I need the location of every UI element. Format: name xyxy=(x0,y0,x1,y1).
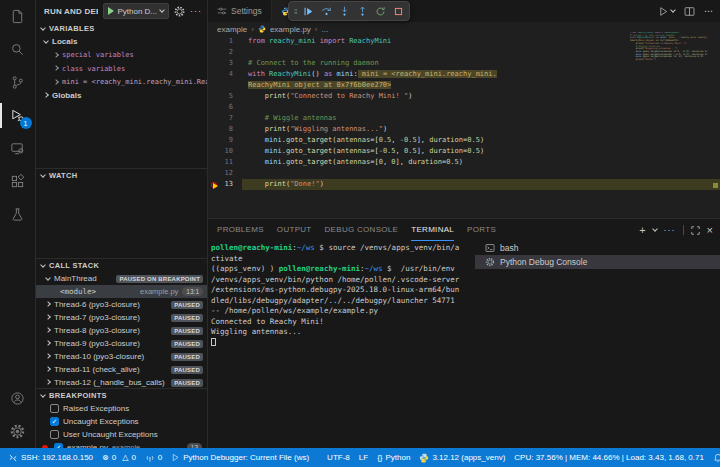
system-metrics[interactable]: CPU: 37.56% | MEM: 44.66% | Load: 3.43, … xyxy=(514,453,704,462)
minimap[interactable]: from reachy_mini import ReachyMini# Conn… xyxy=(630,32,708,62)
sidebar-item-explorer[interactable] xyxy=(0,0,36,33)
ports-indicator[interactable]: 0 xyxy=(145,453,162,463)
line-number[interactable]: 4 xyxy=(208,69,242,80)
thread-row[interactable]: Thread-9 (pyo3-closure)PAUSED xyxy=(36,337,207,350)
variable-special[interactable]: special variables xyxy=(36,49,207,63)
step-into-button[interactable] xyxy=(339,6,350,17)
breakpoint-row[interactable]: User Uncaught Exceptions xyxy=(36,428,207,441)
variable-mini[interactable]: mini = <reachy_mini.reachy_mini.Reachy… xyxy=(36,76,207,90)
code-line[interactable]: 12 xyxy=(208,168,720,179)
breakpoint-row[interactable]: Raised Exceptions xyxy=(36,402,207,415)
code-line[interactable]: 11 mini.goto_target(antennas=[0, 0], dur… xyxy=(208,157,720,168)
step-over-button[interactable] xyxy=(321,6,332,17)
step-out-button[interactable] xyxy=(357,6,368,17)
line-number[interactable]: 3 xyxy=(208,58,242,69)
panel-tab-debug-console[interactable]: DEBUG CONSOLE xyxy=(325,219,399,241)
panel-tab-output[interactable]: OUTPUT xyxy=(277,219,312,241)
thread-row[interactable]: Thread-7 (pyo3-closure)PAUSED xyxy=(36,311,207,324)
line-number[interactable]: 5 xyxy=(208,91,242,102)
sidebar-item-testing[interactable] xyxy=(0,198,36,231)
editor-more-icon[interactable]: ⋯ xyxy=(704,6,714,16)
breakpoint-checkbox[interactable] xyxy=(50,404,59,413)
views-more-icon[interactable]: ··· xyxy=(190,6,202,16)
sidebar-item-search[interactable] xyxy=(0,33,36,66)
sidebar-item-source-control[interactable] xyxy=(0,66,36,99)
line-number[interactable]: 9 xyxy=(208,135,242,146)
restart-button[interactable] xyxy=(375,6,386,17)
breakpoints-header[interactable]: BREAKPOINTS xyxy=(36,389,207,402)
account-button[interactable] xyxy=(0,382,36,415)
maximize-panel-icon[interactable] xyxy=(691,226,700,235)
thread-row[interactable]: Thread-10 (pyo3-closure)PAUSED xyxy=(36,350,207,363)
code-line[interactable]: 9 mini.goto_target(antennas=[0.5, -0.5],… xyxy=(208,135,720,146)
breakpoint-checkbox[interactable]: ✓ xyxy=(50,417,59,426)
line-number[interactable]: 12 xyxy=(208,168,242,179)
debugger-indicator[interactable]: Python Debugger: Current File (ws) xyxy=(171,453,309,462)
encoding-indicator[interactable]: UTF-8 xyxy=(327,453,350,462)
line-number[interactable]: 11 xyxy=(208,157,242,168)
line-number[interactable]: 2 xyxy=(208,47,242,58)
notifications-bell-icon[interactable] xyxy=(713,453,720,463)
breakpoint-checkbox[interactable] xyxy=(50,430,59,439)
code-line[interactable]: 6 xyxy=(208,102,720,113)
terminal-output[interactable]: pollen@reachy-mini:~/ws $ source /venvs/… xyxy=(211,243,475,348)
call-stack-header[interactable]: CALL STACK xyxy=(36,259,207,272)
breakpoint-checkbox[interactable]: ✓ xyxy=(54,443,63,448)
terminal-dropdown-icon[interactable] xyxy=(652,226,658,232)
stop-button[interactable] xyxy=(393,6,404,17)
variables-header[interactable]: VARIABLES xyxy=(36,22,207,35)
code-line[interactable]: 13 print("Done!") xyxy=(208,179,720,190)
tab-settings[interactable]: Settings xyxy=(208,0,272,22)
run-python-file-button[interactable] xyxy=(658,6,675,17)
debug-config-dropdown[interactable]: Python D... xyxy=(103,3,169,19)
stack-frame-module[interactable]: <module> example.py 13:1 xyxy=(36,285,207,298)
breadcrumb-folder[interactable]: example xyxy=(217,25,247,34)
thread-row[interactable]: Thread-11 (check_alive)PAUSED xyxy=(36,363,207,376)
breadcrumb-symbol[interactable]: ... xyxy=(322,25,329,34)
breakpoint-row[interactable]: ✓example.pyexample13 xyxy=(36,441,207,448)
language-indicator[interactable]: {}Python xyxy=(377,453,410,462)
panel-tab-ports[interactable]: PORTS xyxy=(467,219,496,241)
variable-class[interactable]: class variables xyxy=(36,62,207,76)
close-panel-icon[interactable]: × xyxy=(707,224,713,236)
sidebar-item-run-and-debug[interactable]: 1 xyxy=(0,99,36,132)
thread-row[interactable]: Thread-8 (pyo3-closure)PAUSED xyxy=(36,324,207,337)
code-line[interactable]: 7 # Wiggle antennas xyxy=(208,113,720,124)
code-line[interactable]: 4with ReachyMini() as mini: mini = <reac… xyxy=(208,69,720,80)
line-number[interactable]: 6 xyxy=(208,102,242,113)
terminal-session-bash[interactable]: bash xyxy=(475,241,720,255)
line-number[interactable]: 10 xyxy=(208,146,242,157)
panel-more-icon[interactable]: ··· xyxy=(664,225,676,235)
code-line[interactable]: 10 mini.goto_target(antennas=[-0.5, 0.5]… xyxy=(208,146,720,157)
thread-main[interactable]: MainThread PAUSED ON BREAKPOINT xyxy=(36,272,207,285)
scope-globals[interactable]: Globals xyxy=(36,89,207,103)
line-number[interactable]: 8 xyxy=(208,124,242,135)
split-editor-icon[interactable] xyxy=(684,6,695,17)
current-line-breakpoint-icon[interactable] xyxy=(211,182,217,188)
code-line[interactable]: 5 print("Connected to Reachy Mini! ") xyxy=(208,91,720,102)
watch-header[interactable]: WATCH xyxy=(36,169,207,182)
remote-indicator[interactable]: SSH: 192.168.0.150 xyxy=(8,453,93,463)
manage-button[interactable] xyxy=(0,415,36,448)
thread-row[interactable]: Thread-6 (pyo3-closure)PAUSED xyxy=(36,298,207,311)
code-line[interactable]: 8 print("Wiggling antennas...") xyxy=(208,124,720,135)
new-terminal-icon[interactable]: + xyxy=(639,224,645,236)
line-number[interactable]: 7 xyxy=(208,113,242,124)
terminal-session-python-debug-console[interactable]: Python Debug Console xyxy=(475,255,720,269)
sidebar-item-extensions[interactable] xyxy=(0,165,36,198)
panel-tab-problems[interactable]: PROBLEMS xyxy=(217,219,264,241)
debug-settings-gear-icon[interactable] xyxy=(174,6,185,17)
toolbar-grip-icon[interactable]: ⁞⁞ xyxy=(294,7,296,16)
continue-button[interactable] xyxy=(303,6,314,17)
sidebar-item-remote-explorer[interactable] xyxy=(0,132,36,165)
panel-tab-terminal[interactable]: TERMINAL xyxy=(411,219,454,241)
interpreter-indicator[interactable]: 3.12.12 (apps_venv) xyxy=(419,453,505,463)
breakpoint-row[interactable]: ✓Uncaught Exceptions xyxy=(36,415,207,428)
scope-locals[interactable]: Locals xyxy=(36,35,207,49)
line-number[interactable] xyxy=(208,80,242,91)
eol-indicator[interactable]: LF xyxy=(359,453,368,462)
code-line[interactable]: ReachyMini object at 0x7f6b0ee270> xyxy=(208,80,720,91)
line-number[interactable]: 13 xyxy=(208,179,242,190)
problems-indicator[interactable]: ⊗0 △0 xyxy=(102,453,136,462)
line-number[interactable]: 1 xyxy=(208,36,242,47)
